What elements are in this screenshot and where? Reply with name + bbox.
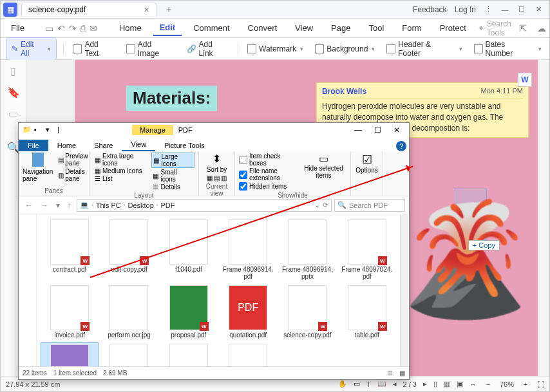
feedback-link[interactable]: Feedback — [413, 5, 447, 14]
more-icon[interactable]: ⋮ — [480, 4, 497, 15]
undo-icon[interactable]: ↶ — [57, 23, 65, 33]
file-item[interactable]: Frame 48096914.pptx — [278, 218, 336, 281]
read-mode-icon[interactable]: 📖 — [377, 380, 386, 388]
explorer-tab-view[interactable]: View — [122, 138, 155, 151]
file-item[interactable]: Wbill(English).pdf — [219, 342, 277, 366]
prev-page-icon[interactable]: ◂ — [393, 380, 397, 388]
file-item[interactable]: Frame 48096914.pdf — [219, 218, 277, 281]
close-window-button[interactable]: ✕ — [530, 4, 547, 15]
watermark-button[interactable]: Watermark▾ — [245, 43, 306, 55]
tab-page[interactable]: Page — [325, 21, 357, 35]
explorer-nav-tree[interactable] — [19, 214, 37, 366]
tab-home[interactable]: Home — [113, 21, 148, 35]
file-item[interactable]: Wedit-copy.pdf — [100, 218, 158, 281]
rectangle-icon[interactable]: ▭ — [354, 380, 360, 388]
file-item[interactable]: Wtime table.pdf — [100, 342, 158, 366]
properties-icon[interactable]: ▪ — [34, 126, 43, 135]
hand-tool-icon[interactable]: ✋ — [338, 380, 347, 388]
explorer-tab-file[interactable]: File — [19, 140, 48, 151]
login-link[interactable]: Log In — [455, 5, 476, 14]
word-export-icon[interactable]: W — [518, 73, 532, 87]
bookmarks-icon[interactable]: 🔖 — [7, 86, 20, 98]
large-icons-view-icon[interactable]: ▦ — [399, 369, 405, 377]
preview-pane-button[interactable]: ▤Preview pane — [58, 153, 88, 167]
thumbnails-icon[interactable]: ▯ — [10, 65, 16, 77]
refresh-icon[interactable]: ⟳ — [323, 201, 328, 209]
tab-convert[interactable]: Convert — [242, 21, 284, 35]
details-option[interactable]: ☰Details — [151, 183, 194, 191]
crumb-desktop[interactable]: Desktop — [128, 201, 153, 209]
close-tab-icon[interactable]: ✕ — [144, 6, 149, 14]
single-page-icon[interactable]: ▯ — [433, 380, 437, 388]
continuous-icon[interactable]: ▥ — [444, 380, 450, 388]
folder-icon[interactable]: 📁 — [23, 126, 32, 135]
scrollbar[interactable] — [400, 214, 409, 366]
document-tab[interactable]: science-copy.pdf ✕ — [21, 3, 156, 16]
dropdown-chevron-icon[interactable]: ⌄ — [314, 201, 320, 209]
add-link-button[interactable]: 🔗Add Link — [184, 39, 231, 59]
next-page-icon[interactable]: ▸ — [423, 380, 427, 388]
redo-icon[interactable]: ↷ — [69, 23, 77, 33]
group-by-icon[interactable]: ▦ — [207, 174, 213, 182]
columns-icon[interactable]: ▤ — [214, 174, 220, 182]
file-menu[interactable]: File — [6, 22, 30, 34]
recent-locations-icon[interactable]: ▾ — [53, 201, 62, 210]
tab-tool[interactable]: Tool — [362, 21, 390, 35]
checkbox[interactable] — [239, 156, 247, 164]
help-icon[interactable]: ? — [396, 141, 406, 151]
layers-icon[interactable]: ▭ — [8, 107, 18, 120]
back-button[interactable]: ← — [23, 201, 35, 210]
edit-all-button[interactable]: ✎ Edit All ▾ — [6, 37, 57, 61]
details-pane-button[interactable]: ▥Details pane — [58, 168, 88, 182]
tab-protect[interactable]: Protect — [433, 21, 473, 35]
mail-icon[interactable]: ✉ — [90, 23, 97, 33]
file-item[interactable]: tezos-WN5_7UBc7cw-unsplash.gif — [41, 342, 99, 366]
explorer-maximize[interactable]: ☐ — [368, 126, 387, 135]
qat-chevron-icon[interactable]: ▾ — [46, 126, 55, 135]
explorer-tab-share[interactable]: Share — [85, 140, 122, 151]
tab-comment[interactable]: Comment — [187, 21, 236, 35]
zoom-in-button[interactable]: + — [520, 380, 531, 388]
small-icons-option[interactable]: ▦Small icons — [151, 169, 194, 183]
explorer-tab-picture-tools[interactable]: Picture Tools — [155, 140, 214, 151]
explorer-search[interactable]: 🔍 Search PDF — [334, 199, 405, 212]
crumb-pdf[interactable]: PDF — [161, 201, 175, 209]
new-tab-button[interactable]: ＋ — [160, 3, 177, 17]
options-button[interactable]: ☑Options — [355, 153, 379, 174]
item-check-boxes-toggle[interactable]: Item check boxes — [239, 153, 297, 167]
navigation-pane-button[interactable]: Navigation pane — [23, 153, 53, 186]
sort-icon[interactable]: ⬍ — [213, 153, 221, 165]
file-item[interactable]: Wbill.pdf — [160, 342, 218, 366]
crumb-this-pc[interactable]: This PC — [96, 201, 121, 209]
checkbox[interactable] — [239, 171, 247, 179]
hide-selected-button[interactable]: ▭Hide selected items — [301, 153, 346, 191]
two-page-icon[interactable]: ▣ — [457, 380, 463, 388]
file-item[interactable]: Wtable.pdf — [338, 284, 396, 340]
zoom-level[interactable]: 76% — [500, 380, 514, 388]
add-image-button[interactable]: Add Image — [124, 39, 178, 59]
cloud-icon[interactable]: ☁ — [537, 23, 546, 33]
explorer-close[interactable]: ✕ — [387, 126, 406, 135]
header-footer-button[interactable]: Header & Footer▾ — [384, 39, 464, 59]
tab-edit[interactable]: Edit — [153, 20, 182, 36]
manage-tab[interactable]: Manage — [132, 125, 173, 135]
file-item[interactable]: Wproposal.pdf — [160, 284, 218, 340]
file-item[interactable]: perform ocr.jpg — [100, 284, 158, 340]
forward-button[interactable]: → — [38, 201, 51, 210]
tab-view[interactable]: View — [289, 21, 319, 35]
print-icon[interactable]: ⎙ — [81, 23, 86, 33]
up-button[interactable]: ↑ — [65, 201, 74, 210]
fit-width-icon[interactable]: ↔ — [469, 380, 477, 388]
background-button[interactable]: Background▾ — [312, 43, 377, 55]
export-icon[interactable]: ⇱ — [519, 23, 527, 33]
right-collapse-bar[interactable] — [538, 60, 549, 376]
file-name-extensions-toggle[interactable]: File name extensions — [239, 167, 297, 182]
checkbox[interactable] — [239, 182, 247, 191]
sort-by-label[interactable]: Sort by — [207, 166, 227, 173]
hidden-items-toggle[interactable]: Hidden items — [239, 182, 297, 191]
tab-form[interactable]: Form — [395, 21, 428, 35]
file-item[interactable]: WFrame 48097024.pdf — [338, 218, 396, 281]
address-path[interactable]: 💻 › This PC › Desktop › PDF ⌄⟳ — [77, 199, 332, 212]
bates-number-button[interactable]: Bates Number▾ — [471, 39, 544, 59]
open-icon[interactable]: ▭ — [45, 23, 53, 33]
